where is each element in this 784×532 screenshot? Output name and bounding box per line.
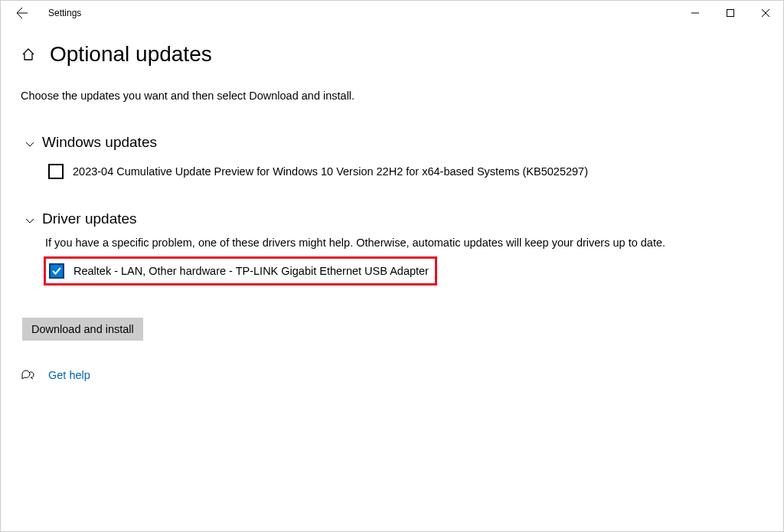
update-label: Realtek - LAN, Other hardware - TP-LINK … (74, 265, 429, 277)
back-button[interactable] (7, 1, 38, 25)
checkbox-checked[interactable] (49, 263, 64, 279)
highlighted-item: Realtek - LAN, Other hardware - TP-LINK … (44, 256, 437, 286)
content-area: Optional updates Choose the updates you … (1, 25, 783, 399)
help-icon (21, 368, 34, 382)
page-description: Choose the updates you want and then sel… (21, 90, 763, 102)
maximize-icon (727, 9, 734, 17)
section-subtitle: If you have a specific problem, one of t… (45, 237, 763, 249)
page-title: Optional updates (50, 42, 212, 67)
checkbox-unchecked[interactable] (48, 164, 64, 179)
home-icon (21, 47, 35, 61)
driver-updates-section: Driver updates If you have a specific pr… (21, 211, 763, 286)
update-label: 2023-04 Cumulative Update Preview for Wi… (73, 165, 588, 178)
minimize-button[interactable] (678, 1, 713, 25)
section-title: Driver updates (42, 211, 137, 227)
download-install-button[interactable]: Download and install (22, 318, 143, 341)
help-link-row: Get help (21, 368, 763, 382)
maximize-button[interactable] (713, 1, 748, 25)
update-item[interactable]: Realtek - LAN, Other hardware - TP-LINK … (49, 263, 429, 279)
svg-rect-0 (727, 10, 734, 17)
close-button[interactable] (748, 1, 783, 25)
section-title: Windows updates (42, 134, 157, 151)
update-item[interactable]: 2023-04 Cumulative Update Preview for Wi… (48, 160, 763, 183)
app-title: Settings (48, 8, 81, 18)
home-button[interactable] (21, 47, 36, 62)
get-help-link[interactable]: Get help (48, 369, 90, 381)
arrow-left-icon (16, 7, 28, 19)
titlebar: Settings (1, 1, 783, 25)
checkmark-icon (51, 266, 62, 276)
minimize-icon (691, 9, 699, 17)
driver-updates-header[interactable]: Driver updates (21, 211, 763, 227)
close-icon (762, 9, 769, 17)
window-controls (678, 1, 783, 25)
page-header: Optional updates (21, 42, 763, 67)
windows-updates-section: Windows updates 2023-04 Cumulative Updat… (21, 134, 763, 183)
chevron-down-icon (25, 138, 34, 147)
windows-updates-header[interactable]: Windows updates (21, 134, 763, 151)
chevron-down-icon (25, 214, 34, 224)
